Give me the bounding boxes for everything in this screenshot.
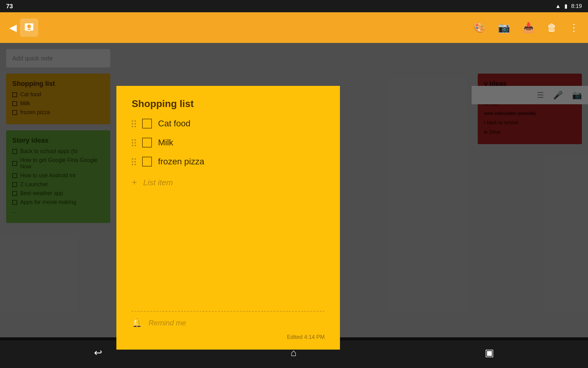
add-icon: + (132, 177, 137, 188)
status-left: 73 (6, 3, 13, 10)
recent-nav-button[interactable]: ▣ (476, 344, 503, 362)
svg-rect-2 (28, 29, 31, 30)
camera-icon[interactable]: 📷 (498, 22, 510, 33)
back-nav-button[interactable]: ↩ (85, 344, 111, 362)
logo-icon (24, 22, 35, 33)
drag-handle-3 (132, 158, 136, 165)
palette-icon[interactable]: 🎨 (473, 22, 486, 33)
modal-divider (132, 311, 325, 312)
note-modal: Shopping list Cat food Milk (116, 86, 340, 350)
svg-point-1 (27, 25, 31, 28)
notification-count: 73 (6, 3, 13, 10)
battery-icon: ▮ (564, 3, 567, 10)
modal-checkbox-3[interactable] (142, 157, 152, 167)
back-button[interactable]: ◀ (9, 22, 17, 33)
checklist-item-milk: Milk (132, 138, 325, 148)
main-area: Shopping list Cat food Milk frozen pizza… (0, 43, 588, 340)
trash-icon[interactable]: 🗑 (547, 22, 557, 33)
item-text-2: Milk (158, 138, 173, 148)
add-item-placeholder: List item (143, 178, 173, 187)
drag-handle-2 (132, 139, 136, 146)
status-bar: 73 ▲ ▮ 8:19 (0, 0, 588, 12)
bell-icon: 🔔 (132, 318, 142, 328)
clock: 8:19 (571, 3, 582, 10)
toolbar-left: ◀ (9, 18, 38, 37)
toolbar-right: 🎨 📷 📥 🗑 ⋮ (473, 22, 579, 33)
add-item-row[interactable]: + List item (132, 177, 325, 188)
drag-handle-1 (132, 120, 136, 127)
checklist-item-catfood: Cat food (132, 119, 325, 128)
status-right: ▲ ▮ 8:19 (555, 3, 582, 10)
app-logo[interactable] (20, 18, 38, 37)
more-icon[interactable]: ⋮ (569, 22, 579, 33)
modal-checkbox-2[interactable] (142, 138, 152, 148)
item-text-3: frozen pizza (158, 157, 204, 167)
modal-checkbox-1[interactable] (142, 119, 152, 128)
archive-icon[interactable]: 📥 (522, 22, 535, 33)
wifi-icon: ▲ (555, 3, 561, 10)
modal-title: Shopping list (132, 98, 325, 109)
toolbar: ◀ 🎨 📷 📥 🗑 ⋮ (0, 12, 588, 43)
remind-label: Remind me (149, 319, 186, 327)
remind-row[interactable]: 🔔 Remind me (132, 318, 325, 328)
checklist-item-pizza: frozen pizza (132, 157, 325, 167)
edited-time: Edited 4:14 PM (132, 334, 325, 340)
item-text-1: Cat food (158, 119, 190, 128)
